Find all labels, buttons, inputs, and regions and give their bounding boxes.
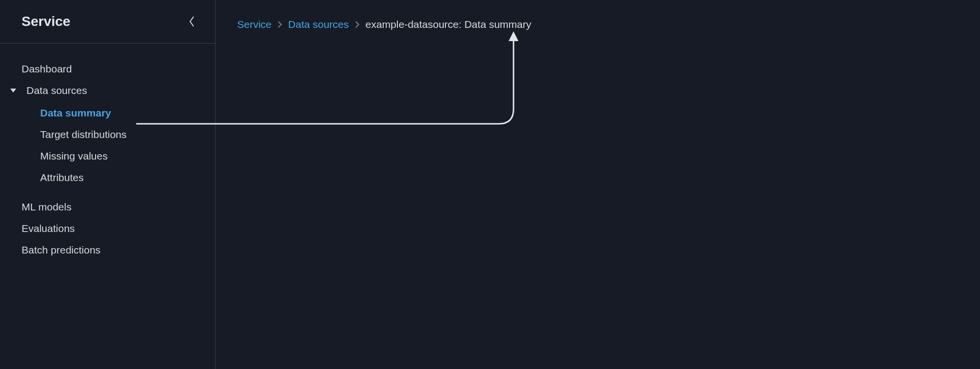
sidebar-header: Service [0, 0, 215, 44]
caret-down-icon [10, 87, 22, 94]
sidebar-item-label: Dashboard [22, 63, 72, 75]
sidebar-item-dashboard[interactable]: Dashboard [0, 58, 215, 80]
chevron-right-icon [355, 21, 360, 28]
sidebar-item-data-summary[interactable]: Data summary [0, 102, 215, 124]
chevron-right-icon [277, 21, 282, 28]
sidebar-item-label: Data summary [40, 107, 111, 118]
sidebar-item-attributes[interactable]: Attributes [0, 167, 215, 188]
sidebar-item-data-sources[interactable]: Data sources [0, 80, 215, 101]
sidebar-nav: Dashboard Data sources Data summary Targ… [0, 44, 215, 261]
sidebar-item-label: Attributes [40, 172, 84, 183]
sidebar-item-target-distributions[interactable]: Target distributions [0, 124, 215, 145]
sidebar-item-label: Target distributions [40, 129, 126, 140]
sidebar-item-label: ML models [22, 201, 72, 213]
breadcrumb-current: example-datasource: Data summary [366, 19, 531, 30]
sidebar-item-evaluations[interactable]: Evaluations [0, 218, 215, 239]
service-title: Service [22, 14, 71, 29]
collapse-sidebar-icon[interactable] [189, 16, 196, 27]
sidebar-item-batch-predictions[interactable]: Batch predictions [0, 239, 215, 261]
sidebar-item-ml-models[interactable]: ML models [0, 196, 215, 218]
breadcrumb-data-sources[interactable]: Data sources [288, 19, 349, 30]
sidebar: Service Dashboard Data sources Data summ… [0, 0, 216, 369]
main-content: Service Data sources example-datasource:… [216, 0, 980, 369]
sidebar-subgroup-data-sources: Data summary Target distributions Missin… [0, 101, 215, 189]
sidebar-item-label: Missing values [40, 150, 108, 161]
sidebar-item-missing-values[interactable]: Missing values [0, 145, 215, 167]
breadcrumb: Service Data sources example-datasource:… [237, 19, 958, 30]
breadcrumb-service[interactable]: Service [237, 19, 271, 30]
svg-marker-1 [509, 31, 518, 41]
sidebar-item-label: Batch predictions [22, 244, 100, 256]
sidebar-item-label: Data sources [26, 85, 87, 96]
svg-marker-0 [10, 89, 16, 92]
sidebar-item-label: Evaluations [22, 223, 75, 234]
